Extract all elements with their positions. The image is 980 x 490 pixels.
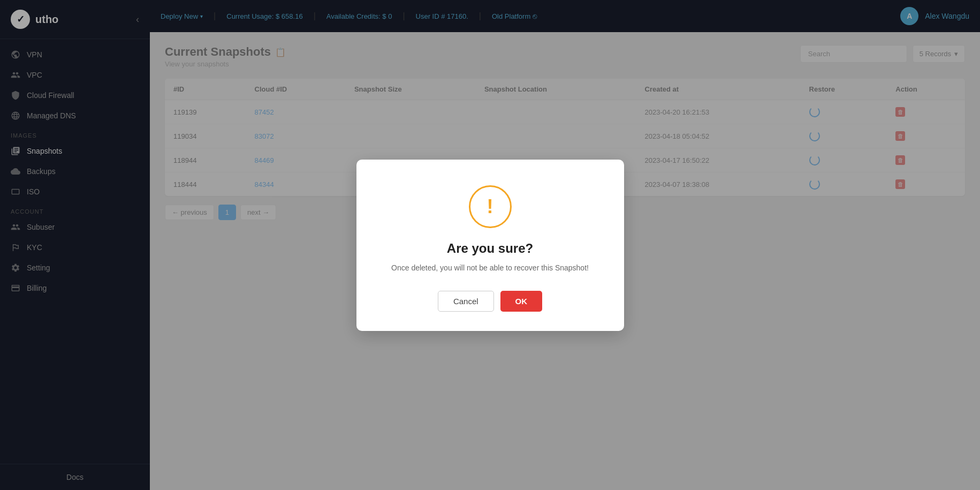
modal-overlay: ! Are you sure? Once deleted, you will n… [0,0,980,490]
cancel-button[interactable]: Cancel [438,291,494,312]
modal-actions: Cancel OK [378,291,603,312]
confirm-delete-modal: ! Are you sure? Once deleted, you will n… [356,160,624,331]
ok-button[interactable]: OK [500,291,543,312]
warning-icon: ! [469,185,512,228]
modal-title: Are you sure? [378,241,603,256]
modal-message: Once deleted, you will not be able to re… [378,262,603,274]
